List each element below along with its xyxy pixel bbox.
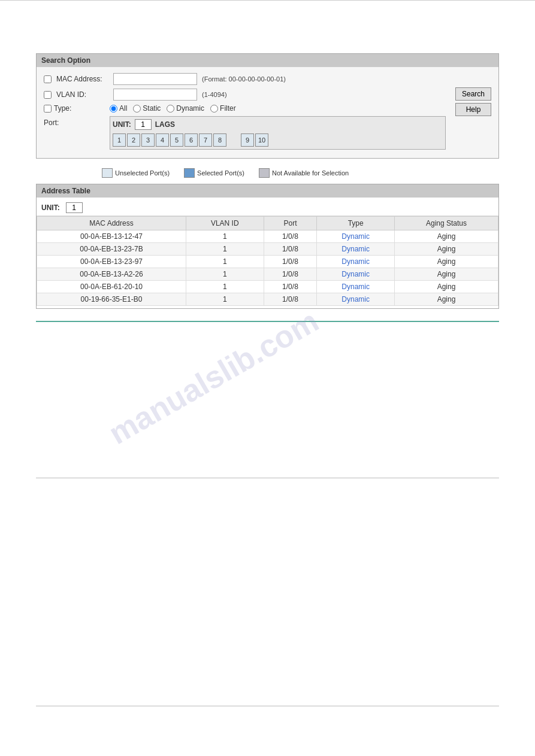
col-port: Port [264,217,317,230]
cell-vlan: 1 [186,281,264,293]
cell-mac: 00-0A-EB-13-A2-26 [37,268,186,281]
cell-port: 1/0/8 [264,293,317,306]
cell-vlan: 1 [186,293,264,306]
port-btn-3[interactable]: 3 [141,133,155,147]
port-unit-label: UNIT: [113,120,131,129]
vlan-hint: (1-4094) [202,91,227,98]
mac-address-input[interactable] [113,73,197,85]
type-row: Type: All Static [44,104,446,113]
cell-mac: 00-0A-EB-13-12-47 [37,230,186,243]
address-table-header: Address Table [37,184,498,198]
search-option-header: Search Option [37,54,498,67]
footer-line-2 [36,706,499,706]
type-dynamic-radio[interactable] [167,105,174,113]
table-row: 00-0A-EB-13-12-47 1 1/0/8 Dynamic Aging [37,230,498,243]
port-btn-6[interactable]: 6 [185,133,198,147]
legend-unavailable: Not Available for Selection [259,168,349,178]
type-filter-label: Filter [210,104,236,113]
port-unit-input[interactable] [135,119,152,130]
type-checkbox[interactable] [44,105,52,113]
col-type: Type [317,217,395,230]
type-static-radio[interactable] [133,105,141,113]
col-aging: Aging Status [394,217,498,230]
table-row: 00-0A-EB-13-23-7B 1 1/0/8 Dynamic Aging [37,243,498,256]
mac-address-row: MAC Address: (Format: 00-00-00-00-00-01) [44,73,446,85]
cell-type: Dynamic [317,243,395,256]
cell-aging: Aging [394,243,498,256]
type-all-radio[interactable] [110,105,117,113]
vlan-id-row: VLAN ID: (1-4094) [44,89,446,101]
port-unit-row: UNIT: LAGS [113,119,443,130]
cell-type: Dynamic [317,256,395,268]
cell-mac: 00-0A-EB-13-23-7B [37,243,186,256]
legend-selected: Selected Port(s) [184,168,244,178]
type-radio-group: All Static Dynamic [110,104,236,113]
port-btn-2[interactable]: 2 [127,133,140,147]
port-row: Port: UNIT: LAGS 1 2 3 [44,116,446,150]
type-all-label: All [110,104,127,113]
table-header-row: MAC Address VLAN ID Port Type Aging Stat… [37,217,498,230]
table-row: 00-19-66-35-E1-B0 1 1/0/8 Dynamic Aging [37,293,498,306]
unavailable-label: Not Available for Selection [272,169,349,177]
cell-type: Dynamic [317,293,395,306]
unselected-label: Unselected Port(s) [115,169,170,177]
addr-unit-label: UNIT: [41,204,60,212]
cell-aging: Aging [394,268,498,281]
table-row: 00-0A-EB-13-23-97 1 1/0/8 Dynamic Aging [37,256,498,268]
port-btn-4[interactable]: 4 [156,133,169,147]
port-label: Port: [44,116,110,127]
selected-label: Selected Port(s) [197,169,244,177]
port-btn-9[interactable]: 9 [241,133,254,147]
type-filter-radio[interactable] [210,105,218,113]
mac-format-hint: (Format: 00-00-00-00-00-01) [202,75,286,83]
top-divider [0,0,535,1]
cell-aging: Aging [394,293,498,306]
port-btn-7[interactable]: 7 [199,133,212,147]
addr-unit-input[interactable] [66,202,83,213]
footer-line-1 [36,478,499,478]
vlan-id-label: VLAN ID: [44,90,110,99]
table-row: 00-0A-EB-61-20-10 1 1/0/8 Dynamic Aging [37,281,498,293]
vlan-id-input[interactable] [113,89,197,101]
cell-type: Dynamic [317,268,395,281]
vlan-id-checkbox[interactable] [44,91,52,99]
addr-unit-row: UNIT: [37,200,498,216]
port-btn-1[interactable]: 1 [113,133,126,147]
address-table: MAC Address VLAN ID Port Type Aging Stat… [37,216,498,306]
search-option-section: Search Option MAC Address: (Format: 00-0… [36,53,499,159]
action-buttons: Search Help [455,73,491,116]
cell-mac: 00-19-66-35-E1-B0 [37,293,186,306]
help-button[interactable]: Help [455,103,491,116]
cell-type: Dynamic [317,281,395,293]
address-table-section: Address Table UNIT: MAC Address VLAN ID … [36,184,499,309]
cell-vlan: 1 [186,243,264,256]
legend-unselected: Unselected Port(s) [102,168,170,178]
cell-vlan: 1 [186,268,264,281]
cell-mac: 00-0A-EB-61-20-10 [37,281,186,293]
col-vlan: VLAN ID [186,217,264,230]
form-fields: MAC Address: (Format: 00-00-00-00-00-01)… [44,73,446,152]
footer-area [36,321,499,706]
cell-vlan: 1 [186,256,264,268]
unselected-icon [102,168,113,178]
mac-address-label: MAC Address: [44,75,110,83]
mac-address-checkbox[interactable] [44,75,52,83]
cell-port: 1/0/8 [264,256,317,268]
port-box: UNIT: LAGS 1 2 3 4 5 [110,116,446,150]
legend-row: Unselected Port(s) Selected Port(s) Not … [102,168,499,178]
cell-type: Dynamic [317,230,395,243]
cell-aging: Aging [394,281,498,293]
search-button[interactable]: Search [455,87,491,101]
port-btn-8[interactable]: 8 [213,133,226,147]
address-table-body: UNIT: MAC Address VLAN ID Port Type Agin… [37,198,498,308]
type-dynamic-label: Dynamic [167,104,204,113]
search-option-body: MAC Address: (Format: 00-00-00-00-00-01)… [37,67,498,158]
port-btn-5[interactable]: 5 [170,133,183,147]
port-btn-10[interactable]: 10 [255,133,268,147]
cell-port: 1/0/8 [264,268,317,281]
col-mac: MAC Address [37,217,186,230]
selected-icon [184,168,195,178]
unavailable-icon [259,168,270,178]
cell-vlan: 1 [186,230,264,243]
cell-port: 1/0/8 [264,243,317,256]
